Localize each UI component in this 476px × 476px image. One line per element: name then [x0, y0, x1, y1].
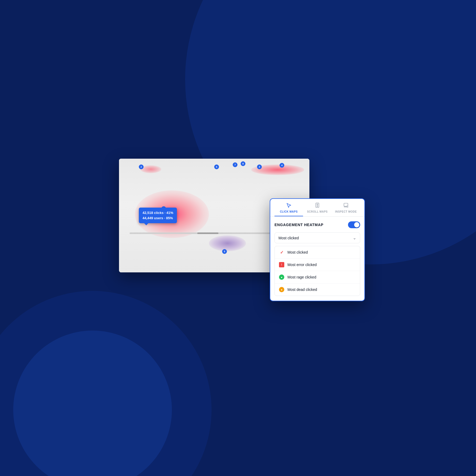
heatmap-blob-bottom [209, 235, 246, 251]
heatmap-dot-2: 2 [139, 164, 144, 169]
menu-label-most-rage-clicked: Most rage clicked [287, 275, 316, 279]
menu-item-most-error-clicked[interactable]: ! Most error clicked [275, 259, 360, 271]
tab-click-maps[interactable]: CLICK MAPS [274, 199, 303, 216]
heatmap-dot-3: 3 [257, 164, 262, 169]
panel-tabs: CLICK MAPS SCROLL MAPS [270, 199, 364, 217]
tab-scroll-maps[interactable]: SCROLL MAPS [303, 199, 332, 216]
scroll-thumb[interactable] [197, 232, 218, 234]
heatmap-dot-7: 7 [233, 162, 237, 167]
menu-label-most-dead-clicked: Most dead clicked [287, 287, 317, 292]
tooltip-line2: 44,449 users · 85% [143, 216, 173, 221]
click-maps-icon [286, 203, 291, 209]
dropdown-select[interactable]: Most clicked ⌄ [274, 232, 360, 243]
heatmap-dot-6: 6 [214, 164, 219, 169]
inspect-mode-icon [343, 203, 349, 209]
menu-item-most-clicked[interactable]: ✓ Most clicked [275, 246, 360, 259]
chevron-down-icon: ⌄ [353, 235, 356, 240]
error-icon: ! [279, 262, 284, 267]
panel-card: CLICK MAPS SCROLL MAPS [270, 198, 365, 301]
engagement-toggle[interactable] [348, 221, 360, 228]
main-scene: 1 2 3 4 5 6 7 8 [119, 159, 357, 317]
svg-point-6 [347, 206, 348, 207]
tab-inspect-mode-label: INSPECT MODE [335, 210, 357, 213]
menu-label-most-clicked: Most clicked [287, 250, 308, 254]
menu-item-most-rage-clicked[interactable]: ● Most rage clicked [275, 271, 360, 283]
dead-icon: ● [279, 287, 284, 292]
menu-item-most-dead-clicked[interactable]: ● Most dead clicked [275, 283, 360, 296]
tab-inspect-mode[interactable]: INSPECT MODE [332, 199, 360, 216]
heatmap-dot-5: 5 [222, 249, 227, 254]
dropdown-value: Most clicked [278, 236, 299, 240]
check-icon: ✓ [279, 250, 284, 255]
scroll-maps-icon [315, 203, 320, 209]
tab-click-maps-label: CLICK MAPS [280, 210, 298, 213]
engagement-header: ENGAGEMENT HEATMAP [274, 221, 360, 228]
rage-icon: ● [279, 274, 284, 280]
panel-body: ENGAGEMENT HEATMAP Most clicked ⌄ ✓ Most… [270, 217, 364, 301]
heatmap-dot-4: 4 [280, 163, 284, 168]
tab-scroll-maps-label: SCROLL MAPS [307, 210, 328, 213]
toggle-knob [354, 222, 359, 227]
dropdown-menu: ✓ Most clicked ! Most error clicked ● Mo… [274, 246, 360, 296]
heatmap-tooltip: 42,518 clicks · 41% 44,449 users · 85% [139, 208, 177, 223]
engagement-title: ENGAGEMENT HEATMAP [274, 223, 323, 227]
heatmap-dot-8: 8 [241, 161, 245, 166]
svg-line-7 [348, 207, 348, 207]
menu-label-most-error-clicked: Most error clicked [287, 263, 317, 267]
tooltip-line1: 42,518 clicks · 41% [143, 210, 173, 216]
